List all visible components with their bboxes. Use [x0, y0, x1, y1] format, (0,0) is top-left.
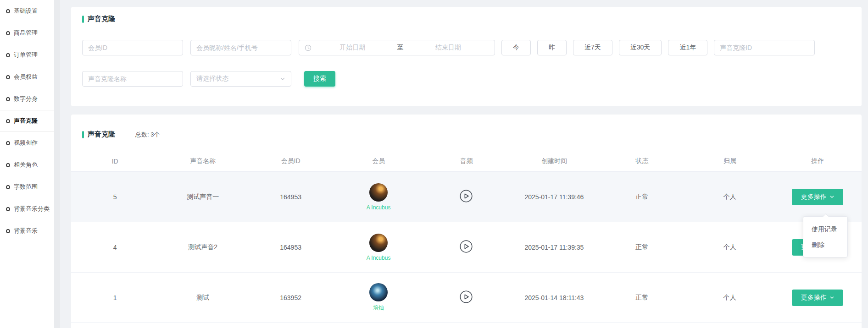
- member-name-input[interactable]: [190, 40, 291, 55]
- play-circle-icon: [459, 290, 473, 304]
- quick-range-1year-button[interactable]: 近1年: [668, 40, 707, 55]
- sidebar-item-label: 背景音乐分类: [14, 205, 50, 213]
- cell-owner: 个人: [686, 294, 773, 302]
- total-count-label: 总数: 3个: [135, 131, 160, 139]
- member-name-link[interactable]: A Incubus: [367, 204, 391, 211]
- column-header-status: 状态: [598, 157, 686, 165]
- sidebar-item-member-benefits[interactable]: 会员权益: [0, 66, 54, 88]
- dropdown-item-usage-records[interactable]: 使用记录: [803, 221, 847, 237]
- cell-audio: [423, 290, 510, 305]
- member-name-link[interactable]: 培灿: [373, 304, 384, 312]
- member-name-link[interactable]: A Incubus: [367, 255, 391, 261]
- sidebar-item-label: 字数范围: [14, 183, 38, 191]
- title-accent-bar: [82, 131, 84, 138]
- circle-icon: [6, 9, 10, 13]
- play-circle-icon: [459, 240, 473, 253]
- sidebar-item-bgm[interactable]: 背景音乐: [0, 220, 54, 242]
- sidebar-item-label: 声音克隆: [14, 117, 38, 125]
- sidebar-item-digital-avatar[interactable]: 数字分身: [0, 88, 54, 110]
- sidebar-item-label: 背景音乐: [14, 227, 38, 235]
- member-avatar: [369, 183, 388, 202]
- circle-icon: [6, 53, 10, 57]
- sidebar-item-voice-clone[interactable]: 声音克隆: [0, 110, 54, 132]
- member-avatar: [369, 234, 388, 252]
- date-separator: 至: [394, 44, 407, 52]
- cell-id: 1: [71, 294, 159, 301]
- sidebar-item-label: 数字分身: [14, 95, 38, 103]
- cell-audio: [423, 189, 510, 204]
- sidebar-item-label: 相关角色: [14, 161, 38, 169]
- sidebar-item-word-count-range[interactable]: 字数范围: [0, 176, 54, 198]
- more-actions-button[interactable]: 更多操作: [792, 290, 843, 306]
- cell-actions: 更多操作: [774, 189, 862, 205]
- date-end-placeholder[interactable]: 结束日期: [407, 44, 490, 52]
- quick-range-today-button[interactable]: 今: [501, 40, 531, 55]
- sidebar-item-order-management[interactable]: 订单管理: [0, 44, 54, 66]
- circle-icon: [6, 207, 10, 211]
- circle-icon: [6, 141, 10, 145]
- sidebar-item-product-management[interactable]: 商品管理: [0, 22, 54, 44]
- cell-id: 4: [71, 244, 159, 251]
- more-actions-dropdown-menu: 使用记录 删除: [803, 216, 848, 257]
- more-actions-button[interactable]: 更多操作: [792, 189, 843, 205]
- voice-clone-table: ID 声音名称 会员ID 会员 音频 创建时间 状态 归属 操作 5 测试声音一…: [71, 151, 862, 323]
- play-audio-button[interactable]: [459, 189, 473, 203]
- chevron-down-icon: [829, 295, 835, 300]
- sidebar-item-related-roles[interactable]: 相关角色: [0, 154, 54, 176]
- sidebar-item-label: 视频创作: [14, 139, 38, 147]
- sidebar-item-video-creation[interactable]: 视频创作: [0, 132, 54, 154]
- table-row: 1 测试 163952 培灿 2025-01-14 18:11:43 正常 个人: [71, 273, 862, 323]
- cell-member-id: 163952: [247, 294, 334, 301]
- cell-created-time: 2025-01-17 11:39:46: [510, 193, 598, 201]
- dropdown-item-delete[interactable]: 删除: [803, 237, 847, 252]
- column-header-voice-name: 声音名称: [159, 157, 246, 165]
- sidebar-item-label: 基础设置: [14, 7, 38, 15]
- circle-icon: [6, 31, 10, 35]
- filter-panel: 声音克隆 开始日期 至 结束日期 今 昨 近7天 近30天 近1年 请选择状态 …: [71, 7, 862, 106]
- column-header-member: 会员: [334, 157, 422, 165]
- sidebar-item-bgm-category[interactable]: 背景音乐分类: [0, 198, 54, 220]
- member-id-input[interactable]: [82, 40, 183, 55]
- cell-created-time: 2025-01-14 18:11:43: [510, 294, 598, 301]
- cell-voice-name: 测试声音2: [159, 243, 246, 251]
- cell-voice-name: 测试: [159, 294, 246, 302]
- column-header-member-id: 会员ID: [247, 157, 334, 165]
- date-range-picker[interactable]: 开始日期 至 结束日期: [299, 40, 495, 55]
- cell-member-id: 164953: [247, 244, 334, 251]
- cell-owner: 个人: [686, 193, 773, 201]
- filter-panel-header: 声音克隆: [82, 15, 115, 23]
- voice-clone-id-input[interactable]: [714, 40, 815, 55]
- chevron-down-icon: [280, 76, 285, 82]
- more-actions-label: 更多操作: [801, 294, 827, 302]
- cell-status: 正常: [598, 294, 686, 302]
- quick-range-30days-button[interactable]: 近30天: [619, 40, 662, 55]
- voice-clone-name-input[interactable]: [82, 71, 183, 87]
- cell-member: A Incubus: [334, 234, 422, 261]
- quick-range-7days-button[interactable]: 近7天: [573, 40, 612, 55]
- sidebar-scrollbar[interactable]: [54, 0, 60, 328]
- play-circle-icon: [459, 189, 473, 203]
- table-panel-title: 声音克隆: [88, 130, 115, 139]
- search-button[interactable]: 搜索: [304, 71, 335, 87]
- filter-row-2: 请选择状态 搜索: [82, 71, 335, 87]
- cell-owner: 个人: [686, 243, 773, 251]
- circle-icon: [6, 75, 10, 79]
- play-audio-button[interactable]: [459, 290, 473, 304]
- sidebar-item-basic-settings[interactable]: 基础设置: [0, 0, 54, 22]
- circle-icon: [6, 119, 10, 123]
- cell-audio: [423, 240, 510, 255]
- column-header-audio: 音频: [423, 157, 510, 165]
- voice-clone-table-panel: 声音克隆 总数: 3个 ID 声音名称 会员ID 会员 音频 创建时间 状态 归…: [71, 115, 862, 328]
- quick-range-yesterday-button[interactable]: 昨: [537, 40, 567, 55]
- cell-status: 正常: [598, 193, 686, 201]
- status-select[interactable]: 请选择状态: [190, 71, 291, 87]
- column-header-owner: 归属: [686, 157, 773, 165]
- cell-member: A Incubus: [334, 183, 422, 211]
- cell-member-id: 164953: [247, 193, 334, 201]
- column-header-id: ID: [71, 158, 159, 165]
- table-header-row: ID 声音名称 会员ID 会员 音频 创建时间 状态 归属 操作: [71, 151, 862, 172]
- date-start-placeholder[interactable]: 开始日期: [312, 44, 394, 52]
- table-row: 4 测试声音2 164953 A Incubus 2025-01-17 11:3…: [71, 222, 862, 273]
- table-row: 5 测试声音一 164953 A Incubus 2025-01-17 11:3…: [71, 172, 862, 222]
- play-audio-button[interactable]: [459, 240, 473, 253]
